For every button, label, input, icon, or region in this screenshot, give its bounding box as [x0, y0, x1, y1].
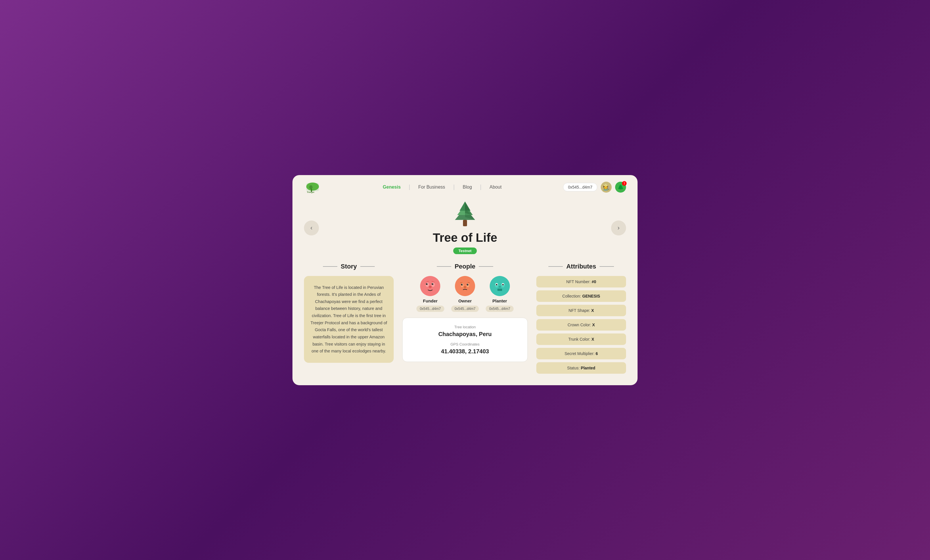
- svg-rect-31: [464, 286, 466, 288]
- story-title: Story: [341, 263, 357, 270]
- planter-address[interactable]: 0x545...d4m7: [486, 306, 514, 312]
- svg-text:Treejer: Treejer: [307, 191, 314, 194]
- nav-forbusiness[interactable]: For Business: [410, 182, 453, 192]
- planter-avatar: [490, 276, 510, 296]
- nav-links: Genesis | For Business | Blog | About: [375, 182, 510, 192]
- hero-row: ‹ Tree of Life Testnet ›: [293, 199, 637, 257]
- nav-genesis[interactable]: Genesis: [375, 182, 409, 192]
- user-avatar[interactable]: 🧑‍🌾: [601, 182, 612, 192]
- gps-value: 41.40338, 2.17403: [410, 348, 520, 355]
- people-section: People: [402, 263, 528, 374]
- attributes-title: Attributes: [566, 263, 596, 270]
- owner-card: Owner 0x545...d4m7: [451, 276, 479, 312]
- attr-line-left: [548, 266, 563, 267]
- people-line-right: [479, 266, 493, 267]
- nav-about[interactable]: About: [481, 182, 510, 192]
- story-section: Story The Tree of Life is located in Per…: [304, 263, 394, 374]
- planter-card: Planter 0x545...d4m7: [486, 276, 514, 312]
- attr-line-right: [600, 266, 614, 267]
- people-line-left: [437, 266, 451, 267]
- owner-address[interactable]: 0x545...d4m7: [451, 306, 479, 312]
- attr-item: NFT Shape: X: [536, 305, 626, 316]
- story-header: Story: [304, 263, 394, 270]
- people-header: People: [402, 263, 528, 270]
- svg-point-21: [429, 286, 432, 288]
- gps-label: GPS Coordinates: [410, 342, 520, 346]
- people-title: People: [455, 263, 475, 270]
- svg-point-18: [432, 283, 433, 285]
- navbar: Treejer Genesis | For Business | Blog | …: [293, 175, 637, 199]
- svg-point-19: [427, 283, 427, 284]
- logo[interactable]: Treejer: [304, 181, 321, 194]
- prev-button[interactable]: ‹: [304, 220, 319, 235]
- tree-illustration: [452, 199, 478, 228]
- next-button[interactable]: ›: [611, 220, 626, 235]
- attributes-section: Attributes NFT Number: #0Collection: GEN…: [536, 263, 626, 374]
- svg-point-39: [496, 284, 497, 285]
- svg-point-27: [461, 284, 463, 285]
- svg-point-1: [306, 183, 319, 191]
- nav-right: 0x545...d4m7 🧑‍🌾 🌲 1: [563, 182, 626, 192]
- attr-list: NFT Number: #0Collection: GENESISNFT Sha…: [536, 276, 626, 374]
- svg-point-17: [426, 283, 428, 285]
- tree-title: Tree of Life: [433, 231, 497, 245]
- funder-card: Funder 0x545...d4m7: [416, 276, 444, 312]
- story-line-right: [360, 266, 375, 267]
- content-grid: Story The Tree of Life is located in Per…: [293, 257, 637, 374]
- attributes-header: Attributes: [536, 263, 626, 270]
- svg-point-29: [462, 284, 462, 285]
- attr-item: NFT Number: #0: [536, 276, 626, 288]
- location-card: Tree location Chachapoyas, Peru GPS Coor…: [402, 318, 528, 362]
- story-content: The Tree of Life is located in Peruvian …: [304, 276, 394, 363]
- svg-point-40: [502, 284, 503, 285]
- svg-point-24: [455, 276, 475, 296]
- svg-point-41: [499, 286, 501, 288]
- svg-point-20: [433, 283, 433, 284]
- notification-icon[interactable]: 🌲 1: [615, 182, 626, 192]
- story-line-left: [323, 266, 337, 267]
- funder-avatar: [420, 276, 440, 296]
- wallet-badge[interactable]: 0x545...d4m7: [563, 183, 597, 191]
- svg-point-28: [467, 284, 468, 285]
- attr-item: Status: Planted: [536, 362, 626, 374]
- funder-label: Funder: [423, 298, 438, 303]
- svg-point-30: [468, 284, 468, 285]
- planter-label: Planter: [492, 298, 507, 303]
- funder-address[interactable]: 0x545...d4m7: [416, 306, 444, 312]
- attr-item: Secret Multiplier: 6: [536, 348, 626, 359]
- attr-item: Collection: GENESIS: [536, 290, 626, 302]
- hero-center: Tree of Life Testnet: [325, 199, 605, 257]
- nav-blog[interactable]: Blog: [455, 182, 480, 192]
- attr-item: Crown Color: X: [536, 319, 626, 331]
- owner-avatar: [455, 276, 475, 296]
- attr-item: Trunk Color: X: [536, 334, 626, 345]
- location-value: Chachapoyas, Peru: [410, 331, 520, 337]
- notification-badge: 1: [622, 181, 627, 186]
- testnet-badge: Testnet: [453, 248, 476, 254]
- svg-rect-7: [463, 220, 467, 226]
- location-label: Tree location: [410, 325, 520, 329]
- owner-label: Owner: [458, 298, 472, 303]
- main-card: Treejer Genesis | For Business | Blog | …: [293, 175, 637, 385]
- people-avatars: Funder 0x545...d4m7: [402, 276, 528, 312]
